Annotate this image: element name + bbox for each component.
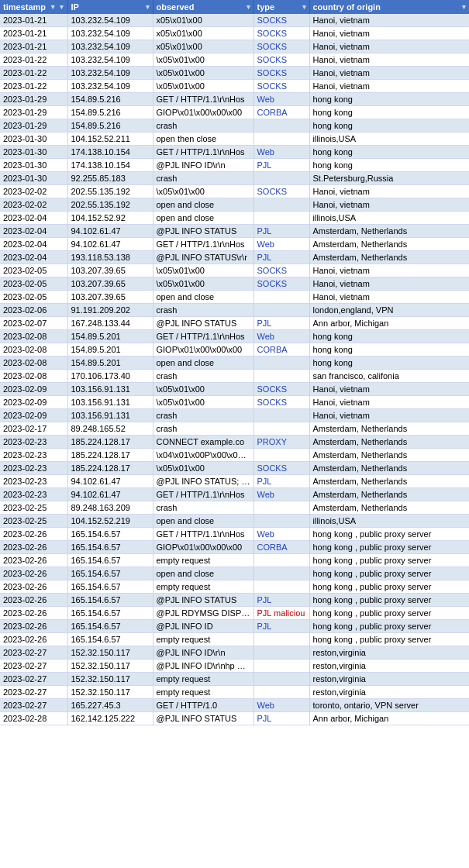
cell-type: PJL — [253, 712, 309, 725]
table-row: 2023-02-05103.207.39.65open and closeHan… — [0, 291, 469, 304]
cell-timestamp: 2023-02-26 — [0, 633, 67, 646]
table-row: 2023-02-27165.227.45.3GET / HTTP/1.0Webt… — [0, 699, 469, 712]
cell-ip: 91.191.209.202 — [67, 304, 153, 317]
cell-type: Web — [253, 238, 309, 251]
cell-timestamp: 2023-02-26 — [0, 620, 67, 633]
cell-type: Web — [253, 528, 309, 541]
cell-observed: @PJL RDYMSG DISPLAY — [153, 607, 253, 620]
filter-icon-timestamp[interactable]: ▾ — [60, 3, 64, 11]
cell-timestamp: 2023-02-07 — [0, 317, 67, 330]
cell-origin: Amsterdam, Netherlands — [309, 475, 469, 488]
table-row: 2023-02-2394.102.61.47@PJL INFO STATUS; … — [0, 475, 469, 488]
table-row: 2023-02-26165.154.6.57@PJL RDYMSG DISPLA… — [0, 607, 469, 620]
cell-observed: @PJL INFO STATUS; @ — [153, 475, 253, 488]
cell-type: PJL — [253, 620, 309, 633]
cell-timestamp: 2023-02-23 — [0, 436, 67, 449]
cell-timestamp: 2023-01-21 — [0, 27, 67, 40]
cell-ip: 104.152.52.92 — [67, 212, 153, 225]
cell-origin: hong kong — [309, 159, 469, 172]
table-row: 2023-02-26165.154.6.57empty requesthong … — [0, 580, 469, 594]
table-row: 2023-01-21103.232.54.109x05\x01\x00SOCKS… — [0, 14, 469, 27]
cell-ip: 174.138.10.154 — [67, 159, 153, 172]
cell-origin: St.Petersburg,Russia — [309, 172, 469, 185]
cell-type: PJL — [253, 159, 309, 172]
cell-ip: 165.154.6.57 — [67, 580, 153, 594]
table-row: 2023-02-27152.32.150.117@PJL INFO ID\r\n… — [0, 646, 469, 660]
cell-type — [253, 356, 309, 370]
cell-ip: 165.154.6.57 — [67, 633, 153, 646]
cell-observed: CONNECT example.co — [153, 436, 253, 449]
cell-timestamp: 2023-01-29 — [0, 93, 67, 106]
cell-type — [253, 133, 309, 146]
cell-ip: 162.142.125.222 — [67, 712, 153, 725]
cell-origin: Hanoi, vietnam — [309, 264, 469, 277]
cell-ip: 104.152.52.219 — [67, 515, 153, 528]
cell-type: SOCKS — [253, 277, 309, 291]
cell-ip: 154.89.5.216 — [67, 93, 153, 106]
table-row: 2023-02-1789.248.165.52crashAmsterdam, N… — [0, 422, 469, 436]
table-body: 2023-01-21103.232.54.109x05\x01\x00SOCKS… — [0, 14, 469, 725]
cell-origin: Hanoi, vietnam — [309, 185, 469, 198]
cell-timestamp: 2023-02-26 — [0, 580, 67, 594]
cell-type: PJL — [253, 317, 309, 330]
cell-observed: crash — [153, 370, 253, 383]
cell-ip: 154.89.5.201 — [67, 330, 153, 343]
cell-ip: 202.55.135.192 — [67, 185, 153, 198]
cell-type: Web — [253, 93, 309, 106]
cell-timestamp: 2023-01-22 — [0, 67, 67, 80]
cell-origin: hong kong — [309, 106, 469, 119]
col-header-type[interactable]: type ▾ — [253, 0, 309, 14]
cell-type — [253, 198, 309, 212]
col-header-origin[interactable]: country of origin ▾ — [309, 0, 469, 14]
cell-observed: @PJL INFO ID — [153, 620, 253, 633]
cell-type — [253, 422, 309, 436]
col-header-timestamp[interactable]: timestamp ▼ ▾ — [0, 0, 67, 14]
cell-observed: open and close — [153, 198, 253, 212]
cell-ip: 167.248.133.44 — [67, 317, 153, 330]
cell-ip: 154.89.5.216 — [67, 106, 153, 119]
cell-type — [253, 212, 309, 225]
filter-icon-origin[interactable]: ▾ — [462, 3, 466, 11]
cell-observed: GET / HTTP/1.1\r\nHos — [153, 93, 253, 106]
table-row: 2023-02-08154.89.5.201GIOP\x01\x00\x00\x… — [0, 343, 469, 356]
cell-ip: 103.207.39.65 — [67, 277, 153, 291]
cell-type: SOCKS — [253, 27, 309, 40]
cell-origin: hong kong — [309, 93, 469, 106]
cell-observed: @PJL INFO ID\r\nhp LaserJet 4200\ — [153, 660, 253, 673]
cell-type — [253, 449, 309, 462]
col-header-observed[interactable]: observed ▾ — [153, 0, 253, 14]
cell-ip: 154.89.5.201 — [67, 356, 153, 370]
cell-origin: Hanoi, vietnam — [309, 53, 469, 67]
cell-timestamp: 2023-02-27 — [0, 673, 67, 686]
cell-timestamp: 2023-02-09 — [0, 396, 67, 409]
cell-ip: 165.154.6.57 — [67, 620, 153, 633]
cell-timestamp: 2023-01-30 — [0, 172, 67, 185]
cell-origin: hong kong — [309, 146, 469, 159]
cell-timestamp: 2023-02-26 — [0, 554, 67, 567]
cell-observed: GIOP\x01\x00\x00\x00 — [153, 343, 253, 356]
cell-origin: reston,virginia — [309, 660, 469, 673]
table-row: 2023-02-08154.89.5.201open and closehong… — [0, 356, 469, 370]
table-row: 2023-02-0691.191.209.202crashlondon,engl… — [0, 304, 469, 317]
cell-type: SOCKS — [253, 80, 309, 93]
cell-observed: \x05\x01\x00 — [153, 264, 253, 277]
cell-ip: 193.118.53.138 — [67, 251, 153, 264]
cell-observed: x05\x01\x00 — [153, 14, 253, 27]
filter-icon-type[interactable]: ▾ — [302, 3, 306, 11]
cell-origin: hong kong — [309, 356, 469, 370]
table-row: 2023-02-23185.224.128.17\x05\x01\x00SOCK… — [0, 462, 469, 475]
table-row: 2023-02-27152.32.150.117empty requestres… — [0, 686, 469, 699]
table-row: 2023-02-27152.32.150.117empty requestres… — [0, 673, 469, 686]
filter-icon-ip[interactable]: ▾ — [146, 3, 150, 11]
cell-timestamp: 2023-02-02 — [0, 198, 67, 212]
cell-ip: 154.89.5.201 — [67, 343, 153, 356]
cell-origin: Amsterdam, Netherlands — [309, 449, 469, 462]
cell-observed: empty request — [153, 633, 253, 646]
filter-icon-observed[interactable]: ▾ — [247, 3, 250, 11]
cell-timestamp: 2023-02-23 — [0, 475, 67, 488]
col-header-ip[interactable]: IP ▾ — [67, 0, 153, 14]
cell-timestamp: 2023-01-30 — [0, 133, 67, 146]
cell-origin: hong kong — [309, 119, 469, 133]
cell-observed: crash — [153, 501, 253, 515]
cell-ip: 165.154.6.57 — [67, 594, 153, 607]
